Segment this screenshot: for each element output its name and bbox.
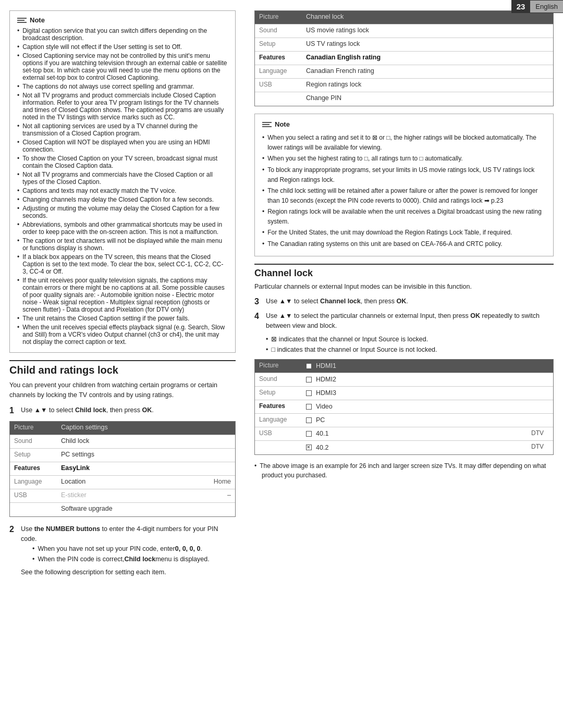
ch-menu-row-language: Language PC bbox=[255, 414, 553, 427]
ch-cat-setup: Setup bbox=[255, 387, 302, 400]
step2-followup: See the following description for settin… bbox=[21, 567, 236, 577]
right-column: Picture Channel lock Sound US movie rati… bbox=[245, 5, 563, 587]
note-icon bbox=[17, 18, 27, 23]
right-note-header: Note bbox=[262, 119, 546, 130]
ch-step-3-text: Use ▲▼ to select Channel lock, then pres… bbox=[266, 297, 554, 306]
ratings-row-usb: USB Region ratings lock bbox=[255, 79, 553, 92]
cb-pc bbox=[306, 417, 312, 423]
note-bullet-item: Changing channels may delay the Closed C… bbox=[17, 196, 228, 203]
extra-software bbox=[199, 503, 235, 516]
note-bullet-item: Not all captioning services are used by … bbox=[17, 122, 228, 137]
note-bullet-item: Closed Captioning service may not be con… bbox=[17, 52, 228, 81]
ch-sub-1: ⊠ indicates that the channel or Input So… bbox=[266, 334, 554, 344]
ch-step-3-num: 3 bbox=[254, 295, 266, 308]
menu-row-features: Features EasyLink bbox=[10, 462, 235, 476]
top-bar: 23 English bbox=[511, 0, 563, 13]
right-note-bullet-item: When you set the highest rating to □, al… bbox=[262, 154, 546, 164]
ch-cat-features: Features bbox=[255, 400, 302, 413]
cb-video bbox=[306, 404, 312, 410]
right-note-icon bbox=[262, 122, 272, 127]
cat-features-active: Features bbox=[10, 462, 57, 475]
menu-row-usb: USB E-sticker – bbox=[10, 489, 235, 503]
channel-lock-heading: Channel lock bbox=[254, 264, 554, 279]
note-bullet-item: When the unit receives special effects p… bbox=[17, 324, 228, 346]
item-location: Location bbox=[57, 476, 199, 489]
ch-menu-header-row: Picture HDMI1 bbox=[255, 360, 553, 373]
ch-menu-row-402: 40.2 DTV bbox=[255, 441, 553, 454]
cat-language: Language bbox=[10, 476, 57, 489]
ratings-header-cat: Picture bbox=[255, 11, 302, 24]
note-bullet-item: If a black box appears on the TV screen,… bbox=[17, 253, 228, 275]
cb-402-checked bbox=[306, 445, 312, 450]
note-bullet-item: The caption or text characters will not … bbox=[17, 237, 228, 252]
step-1-text: Use ▲▼ to select Child lock, then press … bbox=[21, 405, 236, 415]
extra-pc-settings bbox=[199, 449, 235, 462]
ratings-cat-usb: USB bbox=[255, 79, 302, 92]
ch-step-3-row: 3 Use ▲▼ to select Channel lock, then pr… bbox=[254, 297, 554, 308]
right-note-bullet-item: The Canadian rating systems on this unit… bbox=[262, 239, 546, 249]
note-bullet-item: If the unit receives poor quality televi… bbox=[17, 277, 228, 313]
step-2-text: Use the NUMBER buttons to enter the 4-di… bbox=[21, 524, 236, 578]
note-bullet-item: Not all TV programs and commercials have… bbox=[17, 171, 228, 186]
ratings-cat-language: Language bbox=[255, 65, 302, 78]
ch-cat-language: Language bbox=[255, 414, 302, 427]
ratings-menu: Picture Channel lock Sound US movie rati… bbox=[254, 10, 554, 106]
note-bullet-item: Adjusting or muting the volume may delay… bbox=[17, 205, 228, 219]
ratings-menu-header: Picture Channel lock bbox=[255, 11, 553, 24]
note-bullet-item: Caption style will not effect if the Use… bbox=[17, 43, 228, 51]
cat-setup: Setup bbox=[10, 449, 57, 462]
ratings-item-cdn-english: Canadian English rating bbox=[302, 52, 517, 65]
ch-menu-row-features: Features Video bbox=[255, 400, 553, 414]
section-heading-child-ratings: Child and ratings lock bbox=[9, 360, 236, 376]
ch-item-hdmi3: HDMI3 bbox=[302, 387, 527, 400]
cb-401 bbox=[306, 431, 312, 437]
step2-sub-2: When the PIN code is correct, Child lock… bbox=[32, 554, 236, 564]
ratings-item-change-pin: Change PIN bbox=[302, 92, 517, 106]
right-note-bullets: When you select a rating and set it to ⊠… bbox=[262, 133, 546, 249]
ch-item-hdmi2: HDMI2 bbox=[302, 373, 527, 386]
item-esticker: E-sticker bbox=[57, 489, 199, 502]
ch-menu-row-setup: Setup HDMI3 bbox=[255, 387, 553, 400]
note-bullet-item: The unit retains the Closed Caption sett… bbox=[17, 315, 228, 322]
ratings-cat-setup: Setup bbox=[255, 38, 302, 51]
ch-sub-bullets: ⊠ indicates that the channel or Input So… bbox=[266, 334, 554, 355]
right-note-bullet-item: When you select a rating and set it to ⊠… bbox=[262, 133, 546, 152]
ch-item-video: Video bbox=[302, 400, 527, 413]
item-software-upgrade: Software upgrade bbox=[57, 503, 199, 516]
ratings-cat-features: Features bbox=[255, 52, 302, 65]
ratings-cat-empty bbox=[255, 92, 302, 106]
language-label: English bbox=[530, 1, 563, 13]
item-easylink: EasyLink bbox=[57, 462, 199, 475]
extra-easylink bbox=[199, 462, 235, 475]
child-lock-menu: Picture Caption settings Sound Child loc… bbox=[9, 421, 236, 517]
note-bullet-item: To show the Closed Caption on your TV sc… bbox=[17, 155, 228, 169]
ratings-row-features: Features Canadian English rating bbox=[255, 52, 553, 65]
ch-menu-header-item: HDMI1 bbox=[302, 360, 527, 373]
note-box-captions: Note Digital caption service that you ca… bbox=[9, 10, 236, 353]
note-box-ratings: Note When you select a rating and set it… bbox=[254, 114, 554, 256]
note-bullet-item: Abbreviations, symbols and other grammat… bbox=[17, 221, 228, 236]
ratings-row-setup: Setup US TV ratings lock bbox=[255, 38, 553, 52]
page-number: 23 bbox=[511, 0, 531, 13]
note-header: Note bbox=[17, 16, 228, 24]
ratings-item-us-tv: US TV ratings lock bbox=[302, 38, 517, 51]
extra-child-lock bbox=[199, 435, 235, 448]
step-2-row: 2 Use the NUMBER buttons to enter the 4-… bbox=[9, 524, 236, 578]
extra-location: Home bbox=[199, 476, 235, 489]
note-bullet-item: Not all TV programs and product commerci… bbox=[17, 92, 228, 121]
cb-hdmi2 bbox=[306, 377, 312, 382]
ch-menu-row-sound: Sound HDMI2 bbox=[255, 373, 553, 387]
cat-usb: USB bbox=[10, 489, 57, 502]
note-bullet-item: Closed Caption will NOT be displayed whe… bbox=[17, 139, 228, 153]
menu-header-row: Picture Caption settings bbox=[10, 422, 235, 435]
ratings-row-change-pin: Change PIN bbox=[255, 92, 553, 106]
ratings-row-language: Language Canadian French rating bbox=[255, 65, 553, 79]
ratings-header-item: Channel lock bbox=[302, 11, 517, 24]
step-1-row: 1 Use ▲▼ to select Child lock, then pres… bbox=[9, 405, 236, 417]
step-1-number: 1 bbox=[9, 404, 21, 417]
menu-row-software: Software upgrade bbox=[10, 503, 235, 516]
ch-dtv-401: DTV bbox=[527, 427, 553, 440]
note-bullets-list: Digital caption service that you can swi… bbox=[17, 27, 228, 346]
ch-dtv-402: DTV bbox=[527, 441, 553, 454]
menu-row-sound: Sound Child lock bbox=[10, 435, 235, 449]
